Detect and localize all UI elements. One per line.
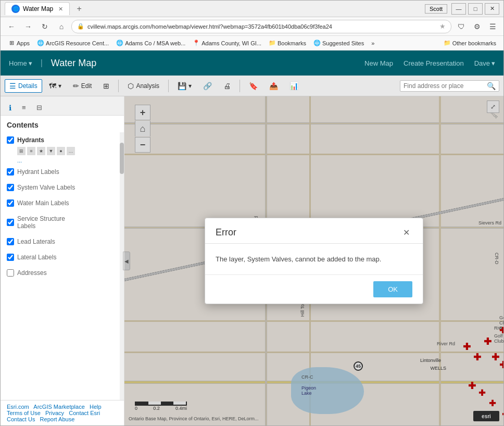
bookmark-apps[interactable]: ⊞ Apps <box>5 39 33 48</box>
details-btn[interactable]: ☰ Details <box>5 79 42 93</box>
home-btn[interactable]: ⌂ <box>55 20 68 33</box>
bookmark-adams-label: Adams Co / MSA web... <box>125 40 185 46</box>
link-btn[interactable]: 🔗 <box>198 79 217 93</box>
dialog-close-btn[interactable]: ✕ <box>400 227 412 239</box>
water-main-checkbox[interactable] <box>7 199 14 207</box>
new-tab-btn[interactable]: + <box>72 3 86 15</box>
maximize-btn[interactable]: □ <box>468 3 483 15</box>
active-tab[interactable]: 🌐 Water Map ✕ <box>5 2 70 15</box>
bookmarks-favicon: 📁 <box>269 40 276 47</box>
other-bookmarks[interactable]: 📁 Other bookmarks <box>440 39 499 48</box>
hydrants-icon-list[interactable]: ≡ <box>27 147 35 155</box>
close-btn[interactable]: ✕ <box>485 3 499 15</box>
extensions-icon[interactable]: ⚙ <box>470 20 484 33</box>
terms-link[interactable]: Terms of Use <box>7 410 41 416</box>
esri-link[interactable]: Esri.com <box>7 404 29 410</box>
user-chevron: ▾ <box>492 59 495 67</box>
info-icon: ℹ <box>9 104 11 112</box>
layer-scroll-thumb[interactable] <box>120 143 124 174</box>
panel-list-tab[interactable]: ≡ <box>18 101 30 115</box>
left-panel: ℹ ≡ ⊟ Contents Hydrants <box>1 96 124 425</box>
bookmarks-more-chevron[interactable]: » <box>368 39 377 47</box>
contact-us-link[interactable]: Contact Us <box>7 416 35 422</box>
tab-close-btn[interactable]: ✕ <box>58 6 63 12</box>
addresses-label: Addresses <box>17 269 47 277</box>
back-btn[interactable]: ← <box>5 20 18 33</box>
toolbar: ☰ Details 🗺 ▾ ✏ Edit ⊞ ⬡ Analysis 💾 <box>1 76 503 96</box>
marketplace-link[interactable]: ArcGIS Marketplace <box>33 404 84 410</box>
hydrant-labels-checkbox[interactable] <box>7 168 14 176</box>
valve-labels-checkbox[interactable] <box>7 184 14 191</box>
dialog-ok-btn[interactable]: OK <box>373 281 412 297</box>
layer-hydrant-labels: Hydrant Labels <box>1 166 124 178</box>
edit-btn[interactable]: ✏ Edit <box>68 79 97 93</box>
hydrants-more-link[interactable]: ... <box>1 156 124 166</box>
save-btn[interactable]: 💾 ▾ <box>173 79 196 93</box>
error-dialog: Error ✕ The layer, System Valves, cannot… <box>205 218 423 305</box>
menu-icon[interactable]: ☰ <box>486 20 499 33</box>
water-main-label: Water Main Labels <box>17 199 69 207</box>
search-input[interactable] <box>404 82 487 90</box>
grid-btn[interactable]: ⊞ <box>98 79 114 93</box>
hydrants-icon-dots[interactable]: … <box>67 147 75 155</box>
lateral-labels-checkbox[interactable] <box>7 254 14 261</box>
bookmark-county-label: Adams County, WI GI... <box>201 40 261 46</box>
addresses-checkbox[interactable] <box>7 269 14 277</box>
dialog-body: The layer, System Valves, cannot be adde… <box>205 244 423 275</box>
contact-link[interactable]: Contact Esri <box>69 410 100 416</box>
user-profile-btn[interactable]: Scott <box>425 4 447 14</box>
hydrants-icon-more[interactable]: ● <box>57 147 65 155</box>
other-bookmarks-label: Other bookmarks <box>452 40 496 46</box>
browser-icons: 🛡 ⚙ ☰ <box>455 20 499 33</box>
panel-info-tab[interactable]: ℹ <box>5 101 16 115</box>
header-divider: | <box>41 58 43 68</box>
bookmark-suggested[interactable]: 🌐 Suggested Sites <box>310 39 367 48</box>
refresh-btn[interactable]: ↻ <box>38 20 52 33</box>
url-text: cvillewi.maps.arcgis.com/home/webmap/vie… <box>87 23 436 30</box>
new-map-btn[interactable]: New Map <box>364 59 393 67</box>
service-structure-checkbox[interactable] <box>7 219 14 226</box>
dialog-header: Error ✕ <box>205 218 423 244</box>
layer-lead-laterals: Lead Laterals <box>1 236 124 247</box>
bookmark-btn[interactable]: 🔖 <box>244 79 262 93</box>
bookmark-bookmarks-label: Bookmarks <box>278 40 306 46</box>
privacy-link[interactable]: Privacy <box>45 410 64 416</box>
chart-btn[interactable]: 📊 <box>285 79 303 93</box>
toolbar-sep-2 <box>168 80 169 92</box>
minimize-btn[interactable]: — <box>451 3 466 15</box>
layer-spacer5 <box>1 247 124 252</box>
report-link[interactable]: Report Abuse <box>40 416 75 422</box>
basemap-icon: 🗺 <box>49 82 56 90</box>
print-btn[interactable]: 🖨 <box>219 79 235 93</box>
star-icon[interactable]: ★ <box>439 22 446 30</box>
bookmark-county[interactable]: 📍 Adams County, WI GI... <box>190 39 264 48</box>
share-btn[interactable]: 📤 <box>264 79 283 93</box>
lead-laterals-label: Lead Laterals <box>17 238 55 245</box>
lock-icon: 🔒 <box>77 23 84 30</box>
layer-spacer4 <box>1 232 124 236</box>
map-area[interactable]: Yaeger Rd Sievers Rd Golf Club Rd Rivers… <box>124 96 503 425</box>
panel-bullets-tab[interactable]: ⊟ <box>32 101 46 115</box>
search-submit-icon[interactable]: 🔍 <box>487 82 496 90</box>
home-link[interactable]: Home ▾ <box>9 59 32 67</box>
create-presentation-btn[interactable]: Create Presentation <box>404 59 464 67</box>
forward-btn[interactable]: → <box>21 20 35 33</box>
bookmark-arcgis[interactable]: 🌐 ArcGIS Resource Cent... <box>34 39 112 48</box>
user-label: Dave <box>474 59 490 67</box>
dialog-title: Error <box>216 227 236 238</box>
details-icon: ☰ <box>9 82 16 90</box>
hydrants-icon-filter[interactable]: ▼ <box>47 147 55 155</box>
bookmark-adams[interactable]: 🌐 Adams Co / MSA web... <box>113 39 188 48</box>
lead-laterals-checkbox[interactable] <box>7 238 14 245</box>
analysis-btn[interactable]: ⬡ Analysis <box>123 79 164 93</box>
hydrants-checkbox[interactable] <box>7 136 14 144</box>
help-link[interactable]: Help <box>90 404 102 410</box>
hydrants-icon-table[interactable]: ⊞ <box>17 147 26 155</box>
user-menu[interactable]: Dave ▾ <box>474 59 495 67</box>
bookmark-bookmarks[interactable]: 📁 Bookmarks <box>266 39 309 48</box>
hydrants-icon-style[interactable]: ★ <box>37 147 45 155</box>
basemap-btn[interactable]: 🗺 ▾ <box>44 79 66 93</box>
url-bar[interactable]: 🔒 cvillewi.maps.arcgis.com/home/webmap/v… <box>71 20 451 33</box>
search-box[interactable]: 🔍 <box>400 80 499 92</box>
shield-icon[interactable]: 🛡 <box>455 20 468 33</box>
